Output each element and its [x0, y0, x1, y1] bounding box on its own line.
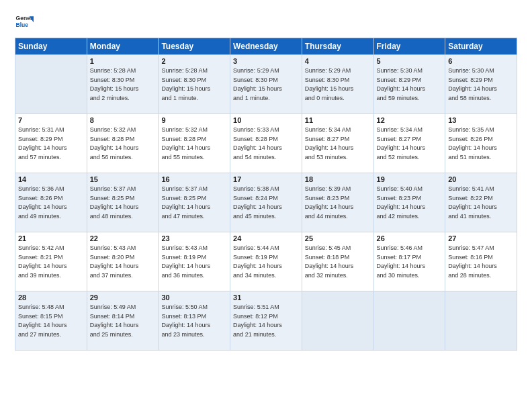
day-number: 5	[377, 57, 443, 65]
col-saturday: Saturday	[445, 38, 517, 55]
calendar-cell	[302, 291, 373, 351]
calendar-cell: 15Sunrise: 5:37 AM Sunset: 8:25 PM Dayli…	[87, 173, 159, 232]
day-number: 23	[161, 234, 227, 242]
calendar-cell: 19Sunrise: 5:40 AM Sunset: 8:23 PM Dayli…	[373, 173, 445, 232]
day-info: Sunrise: 5:37 AM Sunset: 8:25 PM Dayligh…	[161, 185, 227, 221]
day-number: 25	[305, 234, 371, 242]
day-info: Sunrise: 5:34 AM Sunset: 8:27 PM Dayligh…	[305, 126, 371, 162]
calendar-cell: 28Sunrise: 5:48 AM Sunset: 8:15 PM Dayli…	[15, 291, 87, 351]
day-number: 24	[233, 234, 299, 242]
day-info: Sunrise: 5:44 AM Sunset: 8:19 PM Dayligh…	[233, 244, 299, 280]
day-number: 12	[377, 116, 443, 124]
calendar-cell: 21Sunrise: 5:42 AM Sunset: 8:21 PM Dayli…	[15, 232, 87, 291]
day-info: Sunrise: 5:29 AM Sunset: 8:30 PM Dayligh…	[305, 66, 371, 103]
day-number: 2	[161, 57, 227, 65]
day-number: 4	[305, 57, 371, 65]
calendar-cell: 20Sunrise: 5:41 AM Sunset: 8:22 PM Dayli…	[445, 173, 517, 232]
calendar-week-row: 28Sunrise: 5:48 AM Sunset: 8:15 PM Dayli…	[15, 291, 517, 351]
calendar-cell: 7Sunrise: 5:31 AM Sunset: 8:29 PM Daylig…	[15, 114, 87, 173]
day-number: 7	[18, 116, 84, 124]
calendar-cell	[445, 291, 517, 351]
logo-icon: General Blue	[15, 12, 34, 31]
page: General Blue Sunday Monday Tuesday Wedne…	[0, 0, 532, 411]
day-info: Sunrise: 5:43 AM Sunset: 8:19 PM Dayligh…	[161, 244, 227, 280]
day-number: 21	[18, 234, 84, 242]
svg-text:Blue: Blue	[16, 21, 29, 28]
day-info: Sunrise: 5:45 AM Sunset: 8:18 PM Dayligh…	[305, 244, 371, 280]
calendar-cell: 27Sunrise: 5:47 AM Sunset: 8:16 PM Dayli…	[445, 232, 517, 291]
col-friday: Friday	[373, 38, 445, 55]
calendar-cell: 17Sunrise: 5:38 AM Sunset: 8:24 PM Dayli…	[230, 173, 302, 232]
day-info: Sunrise: 5:28 AM Sunset: 8:30 PM Dayligh…	[161, 66, 227, 103]
day-info: Sunrise: 5:32 AM Sunset: 8:28 PM Dayligh…	[161, 126, 227, 162]
calendar-cell: 12Sunrise: 5:34 AM Sunset: 8:27 PM Dayli…	[373, 114, 445, 173]
day-number: 27	[448, 234, 514, 242]
calendar-cell: 5Sunrise: 5:30 AM Sunset: 8:29 PM Daylig…	[373, 55, 445, 114]
day-info: Sunrise: 5:50 AM Sunset: 8:13 PM Dayligh…	[161, 303, 227, 339]
calendar-cell: 8Sunrise: 5:32 AM Sunset: 8:28 PM Daylig…	[87, 114, 159, 173]
calendar-cell: 14Sunrise: 5:36 AM Sunset: 8:26 PM Dayli…	[15, 173, 87, 232]
day-info: Sunrise: 5:28 AM Sunset: 8:30 PM Dayligh…	[90, 66, 156, 103]
day-info: Sunrise: 5:35 AM Sunset: 8:26 PM Dayligh…	[448, 126, 514, 162]
calendar-week-row: 7Sunrise: 5:31 AM Sunset: 8:29 PM Daylig…	[15, 114, 517, 173]
calendar-week-row: 1Sunrise: 5:28 AM Sunset: 8:30 PM Daylig…	[15, 55, 517, 114]
col-sunday: Sunday	[15, 38, 87, 55]
day-info: Sunrise: 5:37 AM Sunset: 8:25 PM Dayligh…	[90, 185, 156, 221]
day-number: 1	[90, 57, 156, 65]
calendar-cell: 31Sunrise: 5:51 AM Sunset: 8:12 PM Dayli…	[230, 291, 302, 351]
day-number: 3	[233, 57, 299, 65]
calendar-cell	[15, 55, 87, 114]
day-info: Sunrise: 5:49 AM Sunset: 8:14 PM Dayligh…	[90, 303, 156, 339]
day-info: Sunrise: 5:29 AM Sunset: 8:30 PM Dayligh…	[233, 66, 299, 103]
day-info: Sunrise: 5:38 AM Sunset: 8:24 PM Dayligh…	[233, 185, 299, 221]
day-info: Sunrise: 5:51 AM Sunset: 8:12 PM Dayligh…	[233, 303, 299, 339]
calendar-cell: 23Sunrise: 5:43 AM Sunset: 8:19 PM Dayli…	[159, 232, 230, 291]
calendar-cell: 1Sunrise: 5:28 AM Sunset: 8:30 PM Daylig…	[87, 55, 159, 114]
day-info: Sunrise: 5:31 AM Sunset: 8:29 PM Dayligh…	[18, 126, 84, 162]
day-number: 17	[233, 175, 299, 183]
calendar-cell: 9Sunrise: 5:32 AM Sunset: 8:28 PM Daylig…	[159, 114, 230, 173]
col-tuesday: Tuesday	[159, 38, 230, 55]
day-info: Sunrise: 5:43 AM Sunset: 8:20 PM Dayligh…	[90, 244, 156, 280]
col-monday: Monday	[87, 38, 159, 55]
calendar-cell: 11Sunrise: 5:34 AM Sunset: 8:27 PM Dayli…	[302, 114, 373, 173]
day-info: Sunrise: 5:47 AM Sunset: 8:16 PM Dayligh…	[448, 244, 514, 280]
day-number: 31	[233, 293, 299, 302]
day-number: 29	[90, 293, 156, 302]
day-info: Sunrise: 5:34 AM Sunset: 8:27 PM Dayligh…	[377, 126, 443, 162]
calendar-cell: 25Sunrise: 5:45 AM Sunset: 8:18 PM Dayli…	[302, 232, 373, 291]
calendar-cell: 30Sunrise: 5:50 AM Sunset: 8:13 PM Dayli…	[159, 291, 230, 351]
day-number: 15	[90, 175, 156, 183]
calendar-table: Sunday Monday Tuesday Wednesday Thursday…	[15, 38, 517, 351]
day-number: 30	[161, 293, 227, 302]
calendar-cell: 4Sunrise: 5:29 AM Sunset: 8:30 PM Daylig…	[302, 55, 373, 114]
calendar-cell: 13Sunrise: 5:35 AM Sunset: 8:26 PM Dayli…	[445, 114, 517, 173]
day-number: 26	[377, 234, 443, 242]
col-thursday: Thursday	[302, 38, 373, 55]
day-number: 28	[18, 293, 84, 302]
day-number: 14	[18, 175, 84, 183]
day-info: Sunrise: 5:42 AM Sunset: 8:21 PM Dayligh…	[18, 244, 84, 280]
day-info: Sunrise: 5:30 AM Sunset: 8:29 PM Dayligh…	[377, 66, 443, 103]
day-number: 11	[305, 116, 371, 124]
day-number: 20	[448, 175, 514, 183]
calendar-cell: 24Sunrise: 5:44 AM Sunset: 8:19 PM Dayli…	[230, 232, 302, 291]
day-info: Sunrise: 5:40 AM Sunset: 8:23 PM Dayligh…	[377, 185, 443, 221]
day-number: 13	[448, 116, 514, 124]
day-info: Sunrise: 5:41 AM Sunset: 8:22 PM Dayligh…	[448, 185, 514, 221]
calendar-cell: 10Sunrise: 5:33 AM Sunset: 8:28 PM Dayli…	[230, 114, 302, 173]
logo: General Blue	[15, 12, 36, 31]
calendar-week-row: 21Sunrise: 5:42 AM Sunset: 8:21 PM Dayli…	[15, 232, 517, 291]
calendar-cell	[373, 291, 445, 351]
day-number: 19	[377, 175, 443, 183]
day-number: 10	[233, 116, 299, 124]
day-number: 18	[305, 175, 371, 183]
calendar-cell: 18Sunrise: 5:39 AM Sunset: 8:23 PM Dayli…	[302, 173, 373, 232]
day-info: Sunrise: 5:46 AM Sunset: 8:17 PM Dayligh…	[377, 244, 443, 280]
calendar-header-row: Sunday Monday Tuesday Wednesday Thursday…	[15, 38, 517, 55]
calendar-cell: 26Sunrise: 5:46 AM Sunset: 8:17 PM Dayli…	[373, 232, 445, 291]
day-info: Sunrise: 5:30 AM Sunset: 8:29 PM Dayligh…	[448, 66, 514, 103]
calendar-week-row: 14Sunrise: 5:36 AM Sunset: 8:26 PM Dayli…	[15, 173, 517, 232]
day-info: Sunrise: 5:36 AM Sunset: 8:26 PM Dayligh…	[18, 185, 84, 221]
calendar-cell: 6Sunrise: 5:30 AM Sunset: 8:29 PM Daylig…	[445, 55, 517, 114]
